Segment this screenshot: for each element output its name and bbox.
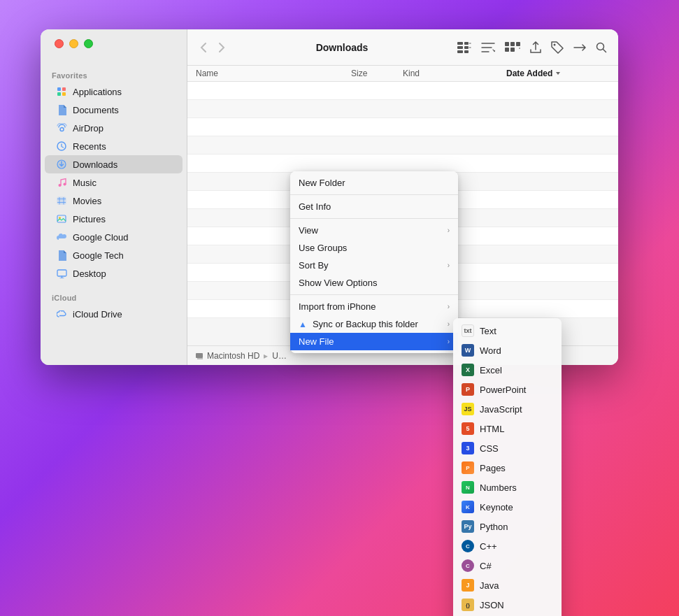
minimize-button[interactable] <box>69 39 78 48</box>
close-button[interactable] <box>55 39 64 48</box>
table-row[interactable] <box>187 118 618 136</box>
traffic-lights <box>55 39 93 48</box>
submenu-item-text[interactable]: txtText <box>453 321 562 341</box>
table-row[interactable] <box>187 100 618 118</box>
submenu-item-excel[interactable]: XExcel <box>453 360 562 380</box>
sidebar-item-label: Google Tech <box>73 250 124 261</box>
submenu-item-css[interactable]: 3CSS <box>453 438 562 458</box>
menu-item-get-info[interactable]: Get Info <box>290 198 458 215</box>
menu-item-use-groups[interactable]: Use Groups <box>290 239 458 257</box>
sidebar-item-documents[interactable]: Documents <box>45 101 183 119</box>
python-icon: Py <box>462 520 474 533</box>
sidebar-item-desktop[interactable]: Desktop <box>45 264 183 282</box>
use-groups-label: Use Groups <box>299 243 347 253</box>
svg-rect-1 <box>62 87 66 91</box>
svg-rect-24 <box>510 48 515 52</box>
hd-icon <box>196 352 204 359</box>
json-label: JSON <box>480 600 504 610</box>
table-row[interactable] <box>187 82 618 100</box>
sidebar-item-label: Music <box>73 178 97 188</box>
tag-button[interactable] <box>548 38 566 57</box>
menu-item-new-file[interactable]: New File › <box>290 333 458 350</box>
show-view-options-label: Show View Options <box>299 278 378 288</box>
sync-backup-label: Sync or Backup this folder <box>313 319 418 329</box>
list-view-button[interactable] <box>455 39 474 56</box>
table-row[interactable] <box>187 136 618 155</box>
sidebar-item-applications[interactable]: Applications <box>45 83 183 101</box>
sidebar-item-google-tech[interactable]: Google Tech <box>45 246 183 264</box>
cpp-icon: C <box>462 540 474 552</box>
submenu-item-python[interactable]: PyPython <box>453 517 562 536</box>
pages-icon: P <box>462 461 474 474</box>
javascript-label: JavaScript <box>480 404 522 415</box>
submenu-new-file: txtTextWWordXExcelPPowerPointJSJavaScrip… <box>453 318 562 616</box>
excel-label: Excel <box>480 365 502 375</box>
forward-button[interactable] <box>214 39 229 56</box>
submenu-item-csharp[interactable]: CC# <box>453 556 562 575</box>
file-list-header: Name Size Kind Date Added <box>187 66 618 82</box>
sidebar-item-music[interactable]: Music <box>45 173 183 192</box>
powerpoint-icon: P <box>462 383 474 396</box>
svg-rect-22 <box>516 42 520 46</box>
sidebar-item-google-cloud[interactable]: Google Cloud <box>45 228 183 246</box>
share-button[interactable] <box>527 38 544 57</box>
sidebar-item-recents[interactable]: Recents <box>45 137 183 155</box>
html-label: HTML <box>480 424 504 434</box>
sidebar-item-pictures[interactable]: Pictures <box>45 210 183 228</box>
grid-view-button[interactable] <box>502 39 523 56</box>
submenu-item-json[interactable]: {}JSON <box>453 595 562 615</box>
svg-rect-20 <box>505 42 509 46</box>
svg-rect-10 <box>57 197 66 204</box>
sidebar-item-label: Recents <box>73 141 106 152</box>
submenu-item-pages[interactable]: PPages <box>453 458 562 478</box>
json-icon: {} <box>462 599 474 611</box>
submenu-item-keynote[interactable]: KKeynote <box>453 497 562 517</box>
menu-item-sort-by[interactable]: Sort By › <box>290 257 458 274</box>
svg-rect-13 <box>57 270 66 276</box>
table-row[interactable] <box>187 155 618 173</box>
search-button[interactable] <box>593 39 610 56</box>
menu-divider-2 <box>290 218 458 219</box>
menu-item-new-folder[interactable]: New Folder <box>290 174 458 192</box>
submenu-item-powerpoint[interactable]: PPowerPoint <box>453 380 562 399</box>
sort-button[interactable] <box>478 39 498 56</box>
col-date-header[interactable]: Date Added <box>506 69 610 78</box>
numbers-label: Numbers <box>480 482 517 493</box>
menu-item-import-iphone[interactable]: Import from iPhone › <box>290 298 458 315</box>
music-icon <box>56 177 67 188</box>
submenu-item-word[interactable]: WWord <box>453 341 562 360</box>
col-name-header[interactable]: Name <box>196 69 351 78</box>
breadcrumb-sep: ▸ <box>264 351 268 361</box>
html-icon: 5 <box>462 422 474 435</box>
submenu-item-javascript[interactable]: JSJavaScript <box>453 399 562 419</box>
sidebar-item-airdrop[interactable]: AirDrop <box>45 119 183 137</box>
breadcrumb-user[interactable]: U… <box>272 351 287 361</box>
menu-item-show-view-options[interactable]: Show View Options <box>290 274 458 292</box>
submenu-item-java[interactable]: JJava <box>453 575 562 595</box>
sidebar-item-label: Pictures <box>73 214 106 224</box>
keynote-icon: K <box>462 501 474 513</box>
col-kind-header[interactable]: Kind <box>403 69 506 78</box>
sidebar-item-label: Movies <box>73 196 101 206</box>
get-info-label: Get Info <box>299 201 331 212</box>
col-size-header[interactable]: Size <box>351 69 403 78</box>
keynote-label: Keynote <box>480 502 513 513</box>
doc-icon2 <box>56 250 67 261</box>
svg-rect-23 <box>505 48 509 52</box>
menu-item-view[interactable]: View › <box>290 222 458 239</box>
sidebar: Favorites Applications Documents <box>41 29 187 365</box>
svg-point-9 <box>63 183 66 186</box>
menu-item-sync-backup[interactable]: ▲ Sync or Backup this folder › <box>290 315 458 333</box>
desktop-icon <box>56 268 67 279</box>
expand-button[interactable] <box>571 41 589 55</box>
maximize-button[interactable] <box>84 39 93 48</box>
sidebar-item-movies[interactable]: Movies <box>45 192 183 210</box>
submenu-item-html[interactable]: 5HTML <box>453 419 562 438</box>
submenu-item-cpp[interactable]: CC++ <box>453 536 562 556</box>
breadcrumb-hd[interactable]: Macintosh HD <box>196 351 259 361</box>
movies-icon <box>56 195 67 206</box>
submenu-item-numbers[interactable]: NNumbers <box>453 478 562 497</box>
sidebar-item-downloads[interactable]: Downloads <box>45 155 183 173</box>
sidebar-item-icloud-drive[interactable]: iCloud Drive <box>45 305 183 323</box>
back-button[interactable] <box>196 39 211 56</box>
